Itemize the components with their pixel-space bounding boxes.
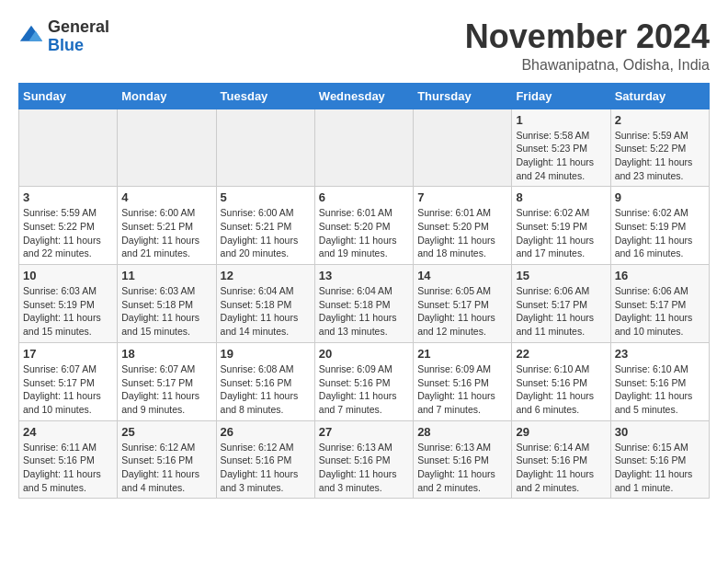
day-number: 1	[516, 113, 606, 127]
logo-text: General Blue	[48, 18, 109, 55]
day-info: Sunrise: 6:07 AM Sunset: 5:17 PM Dayligh…	[23, 362, 113, 417]
calendar-cell: 27Sunrise: 6:13 AM Sunset: 5:16 PM Dayli…	[314, 420, 413, 499]
location: Bhawanipatna, Odisha, India	[465, 57, 710, 74]
calendar-cell: 10Sunrise: 6:03 AM Sunset: 5:19 PM Dayli…	[19, 265, 118, 343]
calendar-cell: 15Sunrise: 6:06 AM Sunset: 5:17 PM Dayli…	[512, 265, 610, 343]
day-info: Sunrise: 6:09 AM Sunset: 5:16 PM Dayligh…	[319, 362, 409, 417]
day-info: Sunrise: 6:03 AM Sunset: 5:19 PM Dayligh…	[23, 284, 113, 339]
calendar-cell: 18Sunrise: 6:07 AM Sunset: 5:17 PM Dayli…	[118, 342, 216, 420]
calendar-cell: 30Sunrise: 6:15 AM Sunset: 5:16 PM Dayli…	[610, 420, 709, 499]
calendar-header-row: SundayMondayTuesdayWednesdayThursdayFrid…	[19, 83, 710, 109]
day-info: Sunrise: 6:14 AM Sunset: 5:16 PM Dayligh…	[516, 441, 606, 495]
calendar-cell: 8Sunrise: 6:02 AM Sunset: 5:19 PM Daylig…	[512, 187, 610, 265]
day-number: 8	[516, 190, 606, 204]
calendar-cell	[414, 109, 512, 187]
day-info: Sunrise: 6:00 AM Sunset: 5:21 PM Dayligh…	[221, 206, 311, 260]
day-number: 7	[417, 190, 507, 204]
day-number: 28	[417, 425, 507, 439]
day-info: Sunrise: 6:02 AM Sunset: 5:19 PM Dayligh…	[516, 206, 606, 260]
calendar-cell	[216, 109, 314, 187]
day-number: 3	[23, 190, 113, 204]
month-title: November 2024	[465, 18, 710, 55]
day-number: 11	[121, 269, 211, 282]
calendar-week-4: 17Sunrise: 6:07 AM Sunset: 5:17 PM Dayli…	[19, 342, 710, 420]
calendar-cell: 29Sunrise: 6:14 AM Sunset: 5:16 PM Dayli…	[512, 420, 610, 499]
day-number: 4	[121, 190, 211, 204]
day-info: Sunrise: 6:15 AM Sunset: 5:16 PM Dayligh…	[615, 441, 705, 495]
calendar-week-3: 10Sunrise: 6:03 AM Sunset: 5:19 PM Dayli…	[19, 265, 710, 343]
day-number: 12	[221, 269, 311, 282]
day-info: Sunrise: 6:11 AM Sunset: 5:16 PM Dayligh…	[23, 441, 113, 495]
day-info: Sunrise: 6:04 AM Sunset: 5:18 PM Dayligh…	[319, 284, 409, 339]
day-number: 10	[23, 269, 113, 282]
calendar-cell: 25Sunrise: 6:12 AM Sunset: 5:16 PM Dayli…	[118, 420, 216, 499]
day-number: 19	[221, 347, 311, 361]
calendar-week-1: 1Sunrise: 5:58 AM Sunset: 5:23 PM Daylig…	[19, 109, 710, 187]
day-info: Sunrise: 5:58 AM Sunset: 5:23 PM Dayligh…	[516, 129, 606, 183]
calendar-cell: 21Sunrise: 6:09 AM Sunset: 5:16 PM Dayli…	[414, 342, 512, 420]
day-info: Sunrise: 6:00 AM Sunset: 5:21 PM Dayligh…	[121, 206, 211, 260]
day-number: 20	[319, 347, 409, 361]
day-number: 15	[516, 269, 606, 282]
calendar-cell: 4Sunrise: 6:00 AM Sunset: 5:21 PM Daylig…	[118, 187, 216, 265]
calendar-cell	[314, 109, 413, 187]
calendar-cell: 17Sunrise: 6:07 AM Sunset: 5:17 PM Dayli…	[19, 342, 118, 420]
calendar-cell: 6Sunrise: 6:01 AM Sunset: 5:20 PM Daylig…	[314, 187, 413, 265]
calendar-cell: 28Sunrise: 6:13 AM Sunset: 5:16 PM Dayli…	[414, 420, 512, 499]
day-info: Sunrise: 6:04 AM Sunset: 5:18 PM Dayligh…	[221, 284, 311, 339]
day-info: Sunrise: 6:06 AM Sunset: 5:17 PM Dayligh…	[516, 284, 606, 339]
day-info: Sunrise: 6:01 AM Sunset: 5:20 PM Dayligh…	[319, 206, 409, 260]
calendar-week-2: 3Sunrise: 5:59 AM Sunset: 5:22 PM Daylig…	[19, 187, 710, 265]
day-number: 24	[23, 425, 113, 439]
day-info: Sunrise: 6:13 AM Sunset: 5:16 PM Dayligh…	[319, 441, 409, 495]
calendar-header-monday: Monday	[118, 83, 216, 109]
calendar-week-5: 24Sunrise: 6:11 AM Sunset: 5:16 PM Dayli…	[19, 420, 710, 499]
calendar-cell: 20Sunrise: 6:09 AM Sunset: 5:16 PM Dayli…	[314, 342, 413, 420]
day-number: 9	[615, 190, 705, 204]
calendar-header-saturday: Saturday	[610, 83, 709, 109]
calendar: SundayMondayTuesdayWednesdayThursdayFrid…	[18, 83, 710, 500]
day-number: 16	[615, 269, 705, 282]
calendar-header-tuesday: Tuesday	[216, 83, 314, 109]
day-info: Sunrise: 6:05 AM Sunset: 5:17 PM Dayligh…	[417, 284, 507, 339]
day-info: Sunrise: 6:12 AM Sunset: 5:16 PM Dayligh…	[121, 441, 211, 495]
day-number: 30	[615, 425, 705, 439]
page-header: General Blue November 2024 Bhawanipatna,…	[18, 18, 710, 74]
day-number: 23	[615, 347, 705, 361]
calendar-cell: 26Sunrise: 6:12 AM Sunset: 5:16 PM Dayli…	[216, 420, 314, 499]
day-number: 6	[319, 190, 409, 204]
day-number: 27	[319, 425, 409, 439]
calendar-header-sunday: Sunday	[19, 83, 118, 109]
calendar-cell: 1Sunrise: 5:58 AM Sunset: 5:23 PM Daylig…	[512, 109, 610, 187]
logo-blue: Blue	[48, 37, 109, 55]
calendar-cell	[118, 109, 216, 187]
day-info: Sunrise: 6:01 AM Sunset: 5:20 PM Dayligh…	[417, 206, 507, 260]
calendar-cell: 7Sunrise: 6:01 AM Sunset: 5:20 PM Daylig…	[414, 187, 512, 265]
day-info: Sunrise: 6:06 AM Sunset: 5:17 PM Dayligh…	[615, 284, 705, 339]
day-info: Sunrise: 6:13 AM Sunset: 5:16 PM Dayligh…	[417, 441, 507, 495]
calendar-cell: 3Sunrise: 5:59 AM Sunset: 5:22 PM Daylig…	[19, 187, 118, 265]
logo: General Blue	[18, 18, 109, 55]
day-number: 18	[121, 347, 211, 361]
day-info: Sunrise: 6:12 AM Sunset: 5:16 PM Dayligh…	[221, 441, 311, 495]
day-info: Sunrise: 6:03 AM Sunset: 5:18 PM Dayligh…	[121, 284, 211, 339]
calendar-cell: 12Sunrise: 6:04 AM Sunset: 5:18 PM Dayli…	[216, 265, 314, 343]
calendar-cell: 23Sunrise: 6:10 AM Sunset: 5:16 PM Dayli…	[610, 342, 709, 420]
day-info: Sunrise: 6:07 AM Sunset: 5:17 PM Dayligh…	[121, 362, 211, 417]
calendar-header-friday: Friday	[512, 83, 610, 109]
calendar-cell: 14Sunrise: 6:05 AM Sunset: 5:17 PM Dayli…	[414, 265, 512, 343]
day-info: Sunrise: 6:10 AM Sunset: 5:16 PM Dayligh…	[516, 362, 606, 417]
calendar-cell: 16Sunrise: 6:06 AM Sunset: 5:17 PM Dayli…	[610, 265, 709, 343]
day-number: 21	[417, 347, 507, 361]
day-info: Sunrise: 6:10 AM Sunset: 5:16 PM Dayligh…	[615, 362, 705, 417]
day-number: 29	[516, 425, 606, 439]
day-number: 14	[417, 269, 507, 282]
logo-icon	[18, 24, 44, 50]
day-number: 2	[615, 113, 705, 127]
day-number: 17	[23, 347, 113, 361]
calendar-cell: 13Sunrise: 6:04 AM Sunset: 5:18 PM Dayli…	[314, 265, 413, 343]
logo-general: General	[48, 18, 109, 37]
calendar-cell	[19, 109, 118, 187]
day-info: Sunrise: 6:02 AM Sunset: 5:19 PM Dayligh…	[615, 206, 705, 260]
calendar-cell: 5Sunrise: 6:00 AM Sunset: 5:21 PM Daylig…	[216, 187, 314, 265]
